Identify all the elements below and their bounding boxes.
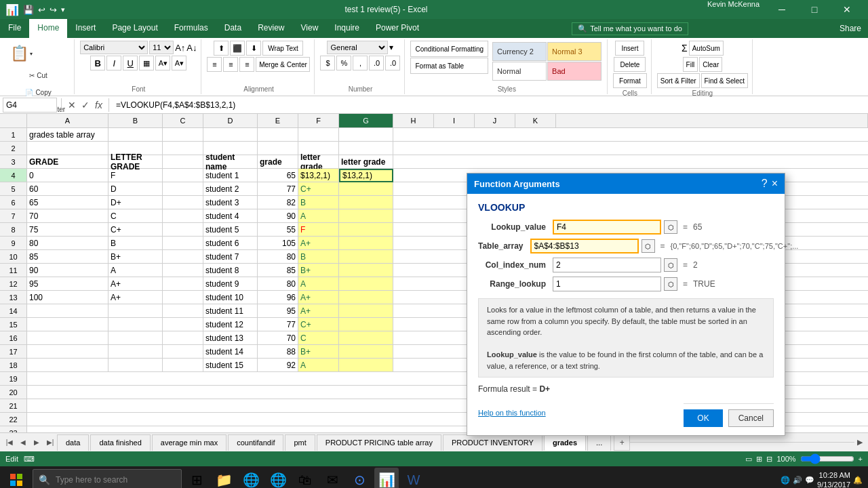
bold-button[interactable]: B <box>90 56 105 70</box>
sheet-tab-data-finished[interactable]: data finished <box>90 434 150 451</box>
cell-B3[interactable]: LETTER GRADE <box>108 155 163 169</box>
border-button[interactable]: ▦ <box>139 56 154 70</box>
row-header-4[interactable]: 4 <box>0 169 27 182</box>
range-lookup-input[interactable] <box>553 277 661 291</box>
insert-cells-button[interactable]: Insert <box>615 41 644 56</box>
store-icon[interactable]: 🛍 <box>293 468 317 488</box>
tab-page-layout[interactable]: Page Layout <box>104 19 165 38</box>
font-size-select[interactable]: 11 <box>149 41 174 54</box>
cell-E1[interactable] <box>258 128 298 142</box>
app-icon[interactable]: 📊 <box>5 3 19 16</box>
row-header-3[interactable]: 3 <box>0 155 27 169</box>
normal-view-icon[interactable]: ▭ <box>745 455 752 464</box>
font-color-button[interactable]: A▾ <box>172 56 186 70</box>
align-top-button[interactable]: ⬆ <box>214 41 229 56</box>
cell-B1[interactable] <box>108 128 163 142</box>
font-family-select[interactable]: Calibri <box>80 41 148 54</box>
align-left-button[interactable]: ≡ <box>207 57 222 72</box>
sheet-tab-more[interactable]: ... <box>587 434 611 451</box>
cell-F1[interactable] <box>298 128 339 142</box>
col-header-F[interactable]: F <box>298 114 339 127</box>
dialog-cancel-button[interactable]: Cancel <box>728 409 774 427</box>
page-break-view-icon[interactable]: ⊟ <box>766 455 772 464</box>
sheet-nav-next[interactable]: ▶ <box>30 436 43 449</box>
row-header-1[interactable]: 1 <box>0 128 27 142</box>
format-cells-button[interactable]: Format <box>613 73 647 88</box>
cell-A4[interactable]: 0 <box>27 169 108 182</box>
range-lookup-refbtn[interactable]: ⬡ <box>664 277 677 291</box>
cancel-formula-button[interactable]: ✕ <box>66 100 78 110</box>
sheet-tab-grades[interactable]: grades <box>544 434 586 451</box>
dialog-close-button[interactable]: × <box>772 178 778 190</box>
tab-power-pivot[interactable]: Power Pivot <box>368 19 427 38</box>
percent-button[interactable]: % <box>336 56 351 70</box>
cell-D5[interactable]: student 2 <box>203 182 258 196</box>
file-explorer-icon[interactable]: 📁 <box>212 468 236 488</box>
network-icon[interactable]: 🌐 <box>781 476 790 485</box>
cell-E2[interactable] <box>258 142 298 155</box>
maximize-button[interactable]: □ <box>799 0 830 19</box>
align-center-button[interactable]: ≡ <box>223 57 238 72</box>
notification-icon[interactable]: 💬 <box>805 476 814 485</box>
cell-C1[interactable] <box>163 128 203 142</box>
cell-A1[interactable]: grades table array <box>27 128 108 142</box>
page-layout-view-icon[interactable]: ⊞ <box>756 455 762 464</box>
number-format-select[interactable]: General <box>327 41 388 54</box>
fill-button[interactable]: Fill <box>683 57 698 72</box>
col-header-D[interactable]: D <box>203 114 258 127</box>
delete-cells-button[interactable]: Delete <box>614 57 646 72</box>
col-header-B[interactable]: B <box>108 114 163 127</box>
currency-button[interactable]: $ <box>320 56 335 70</box>
cell-G3[interactable]: letter grade <box>339 155 393 169</box>
tab-view[interactable]: View <box>293 19 327 38</box>
merge-center-button[interactable]: Merge & Center <box>256 57 310 72</box>
col-header-C[interactable]: C <box>163 114 203 127</box>
table-array-input[interactable] <box>530 239 639 253</box>
taskbar-search-box[interactable]: 🔍 Type here to search <box>33 469 182 488</box>
sheet-nav-prev[interactable]: ◀ <box>16 436 30 449</box>
edge-icon[interactable]: 🌐 <box>239 468 263 488</box>
clear-button[interactable]: Clear <box>699 57 722 72</box>
cell-C3[interactable] <box>163 155 203 169</box>
formula-input[interactable] <box>113 100 865 110</box>
tab-file[interactable]: File <box>0 19 29 38</box>
quick-access-undo[interactable]: ↩ <box>38 5 45 15</box>
chrome-icon[interactable]: ⊙ <box>347 468 372 488</box>
align-middle-button[interactable]: ⬛ <box>230 41 245 56</box>
lookup-value-input[interactable] <box>553 220 661 235</box>
sheet-tab-inventory[interactable]: PRODUCT INVENTORY <box>443 434 542 451</box>
insert-function-button[interactable]: fx <box>93 100 104 110</box>
tab-home[interactable]: Home <box>29 19 67 38</box>
cell-G2[interactable] <box>339 142 393 155</box>
cell-B4[interactable]: F <box>108 169 163 182</box>
confirm-formula-button[interactable]: ✓ <box>79 100 92 110</box>
cell-F5[interactable]: C+ <box>298 182 339 196</box>
volume-icon[interactable]: 🔊 <box>793 476 802 485</box>
action-center-icon[interactable]: 🔔 <box>853 476 863 485</box>
cell-G1[interactable] <box>339 128 393 142</box>
col-header-K[interactable]: K <box>515 114 556 127</box>
cell-B5[interactable]: D <box>108 182 163 196</box>
tab-inquire[interactable]: Inquire <box>326 19 368 38</box>
tab-review[interactable]: Review <box>250 19 292 38</box>
sheet-tab-data[interactable]: data <box>57 434 89 451</box>
word-taskbar-icon[interactable]: W <box>401 468 426 488</box>
number-format-arrow[interactable]: ▾ <box>389 43 393 52</box>
find-select-button[interactable]: Find & Select <box>701 73 748 88</box>
cell-C4[interactable] <box>163 169 203 182</box>
cell-G5[interactable] <box>339 182 393 196</box>
cell-A2[interactable] <box>27 142 108 155</box>
ie-icon[interactable]: 🌐 <box>266 468 290 488</box>
col-index-input[interactable] <box>553 258 661 272</box>
increase-decimal-button[interactable]: .0 <box>369 56 384 70</box>
align-right-button[interactable]: ≡ <box>239 57 254 72</box>
excel-taskbar-icon[interactable]: 📊 <box>374 468 399 488</box>
tab-insert[interactable]: Insert <box>67 19 104 38</box>
cut-button[interactable]: ✂ Cut <box>7 67 70 83</box>
conditional-formatting-button[interactable]: Conditional Formatting <box>410 41 488 57</box>
cell-G4-active[interactable]: $13,2,1) <box>339 169 393 182</box>
close-button[interactable]: ✕ <box>831 0 863 19</box>
sort-filter-button[interactable]: Sort & Filter <box>657 73 700 88</box>
name-box[interactable] <box>3 98 57 113</box>
decrease-decimal-button[interactable]: .0 <box>385 56 400 70</box>
